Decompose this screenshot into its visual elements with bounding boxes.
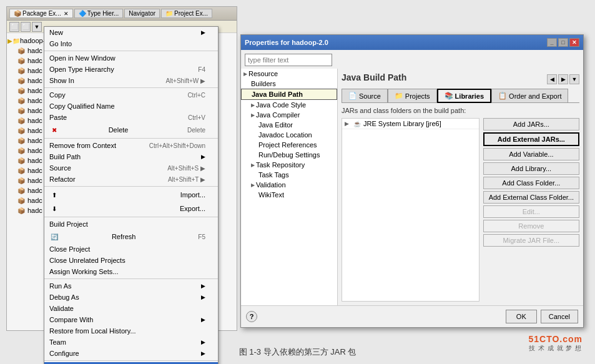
toolbar-btn-2[interactable]: ⬜ [21, 22, 31, 32]
add-class-folder-button[interactable]: Add Class Folder... [483, 177, 579, 189]
cancel-button[interactable]: Cancel [541, 310, 578, 323]
dlg-tree-java-code-style[interactable]: ▶ Java Code Style [241, 100, 337, 110]
menu-item-build-project[interactable]: Build Project [44, 219, 218, 230]
add-external-class-folder-button[interactable]: Add External Class Folder... [483, 191, 579, 204]
export-icon: ⬇ [49, 204, 59, 214]
dialog-title-controls: _ □ ✕ [547, 38, 579, 47]
shortcut-source: Alt+Shift+S ▶ [167, 165, 205, 172]
menu-item-close-unrelated[interactable]: Close Unrelated Projects [44, 255, 218, 266]
menu-item-validate[interactable]: Validate [44, 303, 218, 314]
menu-item-show-in[interactable]: Show In Alt+Shift+W ▶ [44, 75, 218, 86]
menu-item-build-path[interactable]: Build Path ▶ [44, 151, 218, 162]
menu-item-team[interactable]: Team ▶ [44, 337, 218, 348]
watermark: 51CTO.com 技 术 成 就 梦 想 [528, 334, 583, 353]
tab-project-explorer[interactable]: 📁 Project Ex... [161, 9, 212, 18]
menu-item-paste[interactable]: Paste Ctrl+V [44, 112, 218, 123]
remove-button[interactable]: Remove [483, 220, 579, 232]
compare-arrow-icon: ▶ [201, 317, 205, 323]
tab-projects[interactable]: 📁 Projects [388, 89, 437, 102]
dlg-tree-javadoc[interactable]: Javadoc Location [241, 130, 337, 140]
tab-package-explorer[interactable]: 📦 Package Ex... ✕ [9, 9, 73, 18]
package-item-icon-10: 📦 [17, 136, 26, 145]
package-item-icon-6: 📦 [17, 96, 26, 105]
caption-text: 图 1-3 导入依赖的第三方 JAR 包 [239, 347, 357, 357]
dlg-tree-java-build-path[interactable]: Java Build Path [241, 89, 337, 100]
dlg-tree-wikitext[interactable]: WikiText [241, 190, 337, 200]
dlg-tree-resource[interactable]: ▶ Resource [241, 69, 337, 79]
dlg-tree-java-editor[interactable]: Java Editor [241, 120, 337, 130]
menu-item-new[interactable]: New ▶ [44, 27, 218, 38]
separator-7 [44, 360, 218, 361]
edit-button[interactable]: Edit... [483, 205, 579, 218]
dialog-title: Properties for hadoop-2.0 [245, 39, 328, 46]
menu-item-export[interactable]: ⬇ Export... [44, 202, 218, 215]
menu-item-run-as[interactable]: Run As ▶ [44, 280, 218, 292]
dlg-tree-task-tags[interactable]: Task Tags [241, 170, 337, 180]
menu-item-refactor[interactable]: Refactor Alt+Shift+T ▶ [44, 174, 218, 185]
project-icon: 📁 [165, 10, 173, 17]
task-repo-triangle: ▶ [251, 162, 255, 168]
nav-forward-button[interactable]: ▶ [558, 74, 568, 84]
tab-order-export[interactable]: 📋 Order and Export [491, 89, 568, 102]
close-icon[interactable]: ✕ [64, 11, 69, 17]
migrate-jar-button[interactable]: Migrate JAR File... [483, 234, 579, 247]
menu-item-close-project[interactable]: Close Project [44, 243, 218, 255]
menu-item-delete[interactable]: ✖ Delete Delete [44, 123, 218, 137]
add-variable-button[interactable]: Add Variable... [483, 148, 579, 160]
menu-item-copy[interactable]: Copy Ctrl+C [44, 89, 218, 101]
nav-down-button[interactable]: ▼ [569, 74, 579, 84]
tab-type-hierarchy[interactable]: 🔷 Type Hier... [74, 9, 124, 18]
menu-item-go-into[interactable]: Go Into [44, 38, 218, 49]
context-menu: New ▶ Go Into Open in New Window Open Ty… [44, 26, 219, 364]
maximize-button[interactable]: □ [558, 38, 568, 47]
menu-item-import[interactable]: ⬆ Import... [44, 188, 218, 202]
menu-item-restore[interactable]: Restore from Local History... [44, 325, 218, 337]
dlg-tree-validation[interactable]: ▶ Validation [241, 180, 337, 190]
menu-item-remove-context[interactable]: Remove from Context Ctrl+Alt+Shift+Down [44, 140, 218, 151]
run-as-arrow-icon: ▶ [201, 283, 205, 289]
code-style-triangle: ▶ [251, 102, 255, 108]
close-button[interactable]: ✕ [569, 38, 579, 47]
menu-item-assign-working[interactable]: Assign Working Sets... [44, 266, 218, 277]
menu-item-compare[interactable]: Compare With ▶ [44, 314, 218, 325]
menu-item-configure[interactable]: Configure ▶ [44, 348, 218, 359]
add-external-jars-button[interactable]: Add External JARs... [483, 132, 579, 146]
action-buttons: Add JARs... Add External JARs... Add Var… [483, 118, 579, 302]
menu-item-open-type-hierarchy[interactable]: Open Type Hierarchy F4 [44, 64, 218, 75]
dlg-tree-project-refs[interactable]: Project References [241, 140, 337, 150]
dialog-content: ▶ Resource Builders Java Build Path ▶ Ja… [241, 69, 583, 305]
expand-icon[interactable]: ▶ [345, 121, 351, 127]
dlg-tree-builders[interactable]: Builders [241, 79, 337, 89]
shortcut-f4: F4 [198, 66, 205, 73]
menu-item-refresh[interactable]: 🔄 Refresh F5 [44, 230, 218, 243]
nav-back-button[interactable]: ◀ [547, 74, 557, 84]
menu-item-source[interactable]: Source Alt+Shift+S ▶ [44, 162, 218, 174]
libraries-tab-icon: 📚 [445, 92, 453, 100]
filter-input[interactable] [245, 54, 332, 66]
shortcut-delete: Delete [187, 127, 205, 134]
shortcut-refresh: F5 [198, 234, 205, 240]
help-button[interactable]: ? [246, 311, 257, 322]
menu-item-debug-as[interactable]: Debug As ▶ [44, 292, 218, 303]
lib-row-jre[interactable]: ▶ ☕ JRE System Library [jre6] [342, 119, 479, 129]
dlg-tree-task-repo[interactable]: ▶ Task Repository [241, 160, 337, 170]
dialog-body: ▶ Resource Builders Java Build Path ▶ Ja… [241, 50, 583, 327]
toolbar-btn-3[interactable]: ▼ [32, 22, 42, 32]
tab-source[interactable]: 📄 Source [342, 89, 388, 102]
menu-item-copy-qualified[interactable]: Copy Qualified Name [44, 101, 218, 112]
package-item-icon-12: 📦 [17, 156, 26, 165]
separator-5 [44, 217, 218, 217]
tab-libraries[interactable]: 📚 Libraries [437, 89, 491, 103]
ok-button[interactable]: OK [506, 310, 537, 323]
minimize-button[interactable]: _ [547, 38, 557, 47]
menu-item-open-new-window[interactable]: Open in New Window [44, 52, 218, 64]
dlg-tree-java-compiler[interactable]: ▶ Java Compiler [241, 110, 337, 120]
build-path-section: JARs and class folders on the build path… [342, 107, 579, 114]
package-item-icon-2: 📦 [17, 56, 26, 65]
add-library-button[interactable]: Add Library... [483, 162, 579, 175]
toolbar-btn-1[interactable]: ⬜ [9, 22, 19, 32]
tab-navigator[interactable]: Navigator [124, 9, 160, 18]
watermark-slogan: 技 术 成 就 梦 想 [529, 344, 582, 353]
add-jars-button[interactable]: Add JARs... [483, 118, 579, 130]
dlg-tree-run-debug[interactable]: Run/Debug Settings [241, 150, 337, 160]
